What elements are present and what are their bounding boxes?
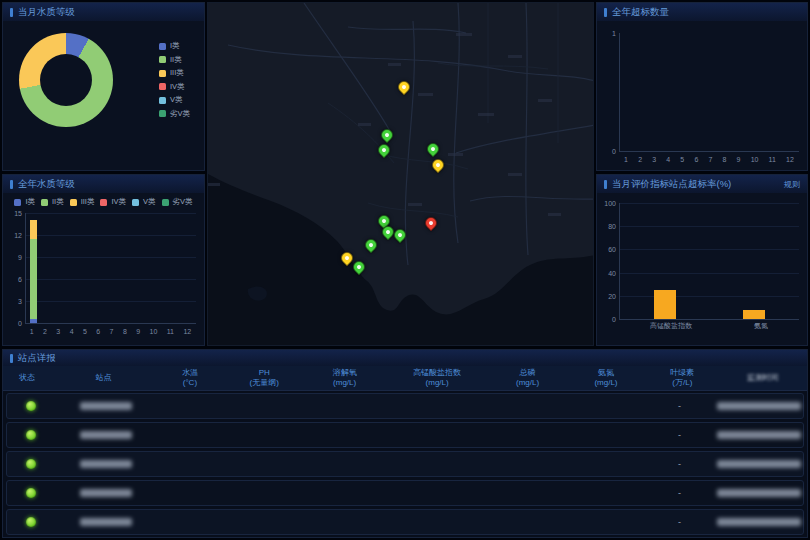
- plot-area[interactable]: [619, 203, 799, 320]
- map-basemap: [208, 3, 594, 346]
- column-header-2: 水温(°C): [156, 368, 224, 389]
- x-axis: 123456789101112: [619, 152, 799, 163]
- legend-item-劣V类[interactable]: 劣V类: [159, 109, 190, 119]
- y-tick-label: 6: [18, 276, 22, 283]
- chlorophyll-value: -: [678, 517, 681, 527]
- column-header-4: 溶解氧(mg/L): [304, 368, 384, 389]
- left-column: 当月水质等级 I类II类III类IV类V类劣V类 全年水质等级 I类II类III…: [2, 2, 205, 346]
- gridline: [620, 226, 799, 227]
- panel-month-rate: 当月评价指标站点超标率(%) 规则 020406080100 高锰酸盐指数氨氮: [596, 174, 808, 346]
- legend-swatch: [14, 199, 21, 206]
- x-tick-label: 6: [96, 328, 100, 335]
- legend-item-II类[interactable]: II类: [159, 55, 190, 65]
- legend-item-V类[interactable]: V类: [132, 197, 156, 207]
- legend-item-劣V类[interactable]: 劣V类: [162, 197, 193, 207]
- legend-item-I类[interactable]: I类: [14, 197, 35, 207]
- y-axis: 020406080100: [601, 203, 619, 331]
- legend-swatch: [159, 43, 166, 50]
- station-table-row[interactable]: -: [6, 393, 804, 419]
- y-tick-label: 100: [604, 200, 616, 207]
- y-tick-label: 15: [14, 210, 22, 217]
- x-tick-label: 5: [83, 328, 87, 335]
- legend-item-V类[interactable]: V类: [159, 95, 190, 105]
- panel-month-rate-header: 当月评价指标站点超标率(%) 规则: [597, 175, 807, 193]
- station-name-cell: [55, 402, 158, 410]
- y-tick-label: 1: [612, 30, 616, 37]
- year-quality-legend: I类II类III类IV类V类劣V类: [3, 193, 204, 209]
- y-tick-label: 12: [14, 232, 22, 239]
- legend-label: I类: [170, 41, 180, 51]
- year-quality-chart[interactable]: 03691215 123456789101112: [3, 209, 204, 337]
- water-quality-dashboard: 当月水质等级 I类II类III类IV类V类劣V类 全年水质等级 I类II类III…: [0, 0, 810, 540]
- x-tick-label: 5: [680, 156, 684, 163]
- plot-area[interactable]: [25, 213, 196, 324]
- month-quality-donut-chart[interactable]: [19, 33, 113, 127]
- column-header-7: 氨氮(mg/L): [566, 368, 646, 389]
- legend-item-II类[interactable]: II类: [41, 197, 64, 207]
- y-tick-label: 80: [608, 223, 616, 230]
- year-exceed-chart[interactable]: 01 123456789101112: [597, 29, 807, 165]
- legend-swatch: [100, 199, 107, 206]
- station-table-body: -----: [3, 391, 807, 537]
- legend-label: IV类: [170, 82, 185, 92]
- plot-area[interactable]: [619, 33, 799, 152]
- column-header-9: 监测时间: [719, 373, 807, 383]
- station-table-row[interactable]: -: [6, 509, 804, 535]
- panel-title: 当月评价指标站点超标率(%): [612, 178, 731, 191]
- month-rate-chart[interactable]: 020406080100 高锰酸盐指数氨氮: [597, 199, 807, 333]
- column-header-3: PH(无量纲): [224, 368, 304, 389]
- chlorophyll-value: -: [678, 459, 681, 469]
- x-tick-label: 11: [167, 328, 174, 335]
- chlorophyll-cell: -: [644, 488, 716, 498]
- station-detail-section: 站点详报 状态站点水温(°C)PH(无量纲)溶解氧(mg/L)高锰酸盐指数(mg…: [2, 349, 808, 538]
- x-tick-label: 高锰酸盐指数: [650, 321, 692, 331]
- rate-bar-氨氮: [743, 310, 765, 319]
- station-table-row[interactable]: -: [6, 480, 804, 506]
- station-table-row[interactable]: -: [6, 422, 804, 448]
- legend-swatch: [159, 56, 166, 63]
- x-tick-label: 9: [737, 156, 741, 163]
- legend-label: II类: [52, 197, 64, 207]
- title-accent: [10, 180, 13, 189]
- status-cell: [7, 517, 55, 527]
- station-table-row[interactable]: -: [6, 451, 804, 477]
- status-indicator-normal: [26, 488, 36, 498]
- x-tick-label: 11: [769, 156, 776, 163]
- legend-item-IV类[interactable]: IV类: [159, 82, 190, 92]
- legend-label: III类: [170, 68, 184, 78]
- rules-link[interactable]: 规则: [784, 179, 800, 190]
- monitor-time-cell: [715, 489, 803, 497]
- legend-item-IV类[interactable]: IV类: [100, 197, 126, 207]
- column-header-6: 总磷(mg/L): [489, 368, 565, 389]
- station-name-redacted: [80, 460, 132, 468]
- gridline: [620, 273, 799, 274]
- gridline: [26, 213, 196, 214]
- gridline: [26, 301, 196, 302]
- legend-swatch: [159, 83, 166, 90]
- chlorophyll-value: -: [678, 488, 681, 498]
- chlorophyll-value: -: [678, 430, 681, 440]
- legend-item-III类[interactable]: III类: [70, 197, 95, 207]
- rate-bar-高锰酸盐指数: [654, 290, 676, 319]
- x-tick-label: 1: [30, 328, 34, 335]
- panel-year-exceed-header: 全年超标数量: [597, 3, 807, 21]
- stacked-bar-segment-I类: [30, 319, 37, 323]
- y-axis: 03691215: [7, 213, 25, 335]
- legend-label: V类: [143, 197, 156, 207]
- legend-swatch: [132, 199, 139, 206]
- map-canvas[interactable]: [207, 2, 594, 346]
- y-axis: 01: [601, 33, 619, 163]
- monitor-time-cell: [715, 518, 803, 526]
- legend-swatch: [162, 199, 169, 206]
- x-axis: 高锰酸盐指数氨氮: [619, 320, 799, 331]
- y-tick-label: 60: [608, 246, 616, 253]
- legend-item-III类[interactable]: III类: [159, 68, 190, 78]
- x-tick-label: 10: [150, 328, 158, 335]
- y-tick-label: 0: [18, 320, 22, 327]
- legend-item-I类[interactable]: I类: [159, 41, 190, 51]
- x-tick-label: 8: [723, 156, 727, 163]
- gridline: [26, 257, 196, 258]
- x-tick-label: 8: [123, 328, 127, 335]
- gridline: [620, 203, 799, 204]
- gridline: [620, 296, 799, 297]
